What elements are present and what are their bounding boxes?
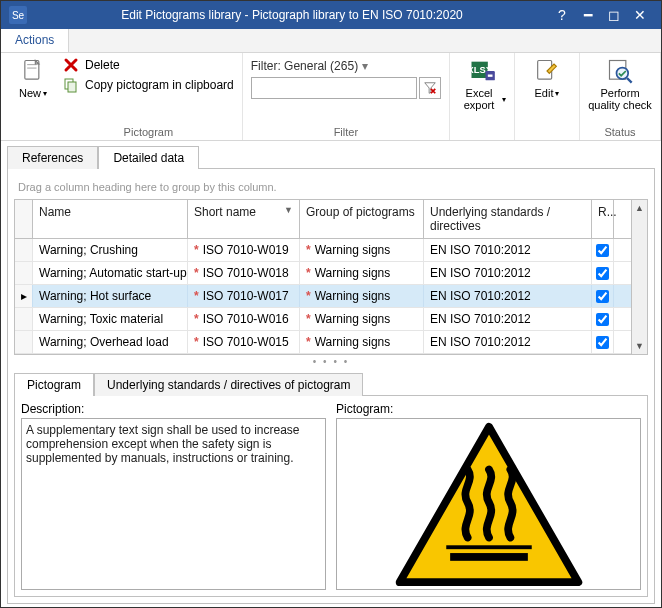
help-icon[interactable]: ? — [549, 7, 575, 23]
cell-short-name: *ISO 7010-W019 — [188, 239, 300, 261]
row-indicator: ▸ — [15, 285, 33, 307]
chevron-down-icon: ▾ — [502, 95, 506, 104]
ribbon-group-status: Status — [588, 126, 652, 138]
cell-standards: EN ISO 7010:2012 — [424, 239, 592, 261]
col-released[interactable]: R... — [592, 200, 614, 238]
scroll-down-icon[interactable]: ▼ — [632, 338, 648, 354]
ribbon-group-filter: Filter — [251, 126, 441, 138]
window-title: Edit Pictograms library - Pictograph lib… — [35, 8, 549, 22]
clear-filter-button[interactable] — [419, 77, 441, 99]
cell-standards: EN ISO 7010:2012 — [424, 285, 592, 307]
table-row[interactable]: Warning; Automatic start-up*ISO 7010-W01… — [15, 262, 631, 285]
pictogram-preview — [336, 418, 641, 590]
chevron-down-icon: ▾ — [43, 89, 47, 98]
warning-hot-surface-icon — [389, 419, 589, 589]
row-indicator — [15, 239, 33, 261]
filter-input[interactable] — [251, 77, 417, 99]
row-indicator — [15, 262, 33, 284]
cell-name: Warning; Overhead load — [33, 331, 188, 353]
col-standards[interactable]: Underlying standards / directives — [424, 200, 592, 238]
cell-name: Warning; Toxic material — [33, 308, 188, 330]
cell-released[interactable] — [592, 308, 614, 330]
cell-short-name: *ISO 7010-W018 — [188, 262, 300, 284]
cell-released[interactable] — [592, 331, 614, 353]
cell-released[interactable] — [592, 285, 614, 307]
cell-group: *Warning signs — [300, 262, 424, 284]
cell-group: *Warning signs — [300, 285, 424, 307]
delete-button[interactable]: Delete — [63, 57, 234, 73]
scroll-up-icon[interactable]: ▲ — [632, 200, 648, 216]
svg-rect-2 — [27, 68, 36, 69]
splitter-handle[interactable]: • • • • — [14, 355, 648, 368]
tab-references[interactable]: References — [7, 146, 98, 169]
detail-tab-pictogram[interactable]: Pictogram — [14, 373, 94, 396]
excel-export-button[interactable]: XLSX Excel export▾ — [458, 57, 506, 111]
tab-detailed-data[interactable]: Detailed data — [98, 146, 199, 169]
svg-rect-14 — [450, 553, 528, 561]
cell-standards: EN ISO 7010:2012 — [424, 331, 592, 353]
cell-standards: EN ISO 7010:2012 — [424, 308, 592, 330]
table-row[interactable]: ▸Warning; Hot surface*ISO 7010-W017*Warn… — [15, 285, 631, 308]
magnifier-check-icon — [606, 57, 634, 85]
app-logo: Se — [9, 6, 27, 24]
cell-group: *Warning signs — [300, 308, 424, 330]
cell-standards: EN ISO 7010:2012 — [424, 262, 592, 284]
col-short-name[interactable]: Short name▼ — [188, 200, 300, 238]
svg-rect-9 — [488, 75, 493, 77]
detail-tab-underlying[interactable]: Underlying standards / directives of pic… — [94, 373, 363, 396]
edit-icon — [533, 57, 561, 85]
ribbon-tab-actions[interactable]: Actions — [1, 29, 69, 52]
table-row[interactable]: Warning; Overhead load*ISO 7010-W015*War… — [15, 331, 631, 354]
group-by-hint[interactable]: Drag a column heading here to group by t… — [14, 175, 648, 199]
cell-released[interactable] — [592, 239, 614, 261]
copy-pictogram-button[interactable]: Copy pictogram in clipboard — [63, 77, 234, 93]
funnel-clear-icon — [423, 81, 437, 95]
excel-icon: XLSX — [468, 57, 496, 85]
col-group[interactable]: Group of pictograms — [300, 200, 424, 238]
document-icon — [19, 57, 47, 85]
cell-released[interactable] — [592, 262, 614, 284]
chevron-down-icon: ▾ — [555, 89, 559, 98]
table-row[interactable]: Warning; Crushing*ISO 7010-W019*Warning … — [15, 239, 631, 262]
description-field[interactable]: A supplementary text sign shall be used … — [21, 418, 326, 590]
close-icon[interactable]: ✕ — [627, 7, 653, 23]
svg-rect-15 — [446, 545, 531, 549]
cell-short-name: *ISO 7010-W017 — [188, 285, 300, 307]
delete-x-icon — [63, 57, 79, 73]
filter-dropdown[interactable]: Filter: General (265)▾ — [251, 59, 441, 73]
cell-name: Warning; Automatic start-up — [33, 262, 188, 284]
svg-rect-5 — [68, 82, 76, 92]
sort-desc-icon: ▼ — [284, 205, 293, 215]
cell-group: *Warning signs — [300, 239, 424, 261]
new-button[interactable]: New▾ — [9, 57, 57, 99]
maximize-icon[interactable]: ◻ — [601, 7, 627, 23]
ribbon-group-pictogram: Pictogram — [63, 126, 234, 138]
quality-check-button[interactable]: Perform quality check — [588, 57, 652, 111]
minimize-icon[interactable]: ━ — [575, 7, 601, 23]
row-indicator — [15, 331, 33, 353]
cell-name: Warning; Crushing — [33, 239, 188, 261]
col-name[interactable]: Name — [33, 200, 188, 238]
description-label: Description: — [21, 402, 326, 416]
copy-icon — [63, 77, 79, 93]
cell-name: Warning; Hot surface — [33, 285, 188, 307]
cell-short-name: *ISO 7010-W015 — [188, 331, 300, 353]
edit-button[interactable]: Edit▾ — [523, 57, 571, 99]
cell-group: *Warning signs — [300, 331, 424, 353]
table-row[interactable]: Warning; Toxic material*ISO 7010-W016*Wa… — [15, 308, 631, 331]
pictogram-grid[interactable]: Name Short name▼ Group of pictograms Und… — [15, 200, 631, 354]
pictogram-label: Pictogram: — [336, 402, 641, 416]
chevron-down-icon: ▾ — [362, 59, 368, 73]
row-indicator-col — [15, 200, 33, 238]
row-indicator — [15, 308, 33, 330]
cell-short-name: *ISO 7010-W016 — [188, 308, 300, 330]
